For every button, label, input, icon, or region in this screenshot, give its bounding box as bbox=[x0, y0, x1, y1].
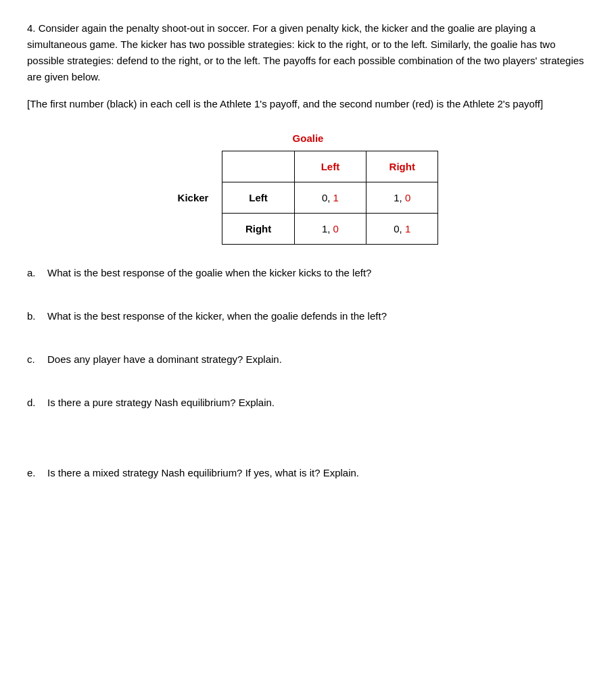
cell-left-left: 0, 1 bbox=[294, 182, 366, 214]
question-d-text: Is there a pure strategy Nash equilibriu… bbox=[47, 395, 589, 411]
intro-paragraph1: 4. Consider again the penalty shoot-out … bbox=[27, 20, 589, 85]
row-header-left: Left bbox=[222, 182, 294, 214]
cell-lr-black: 1, bbox=[394, 192, 402, 203]
question-c-text: Does any player have a dominant strategy… bbox=[47, 351, 589, 368]
question-e-letter: e. bbox=[27, 465, 47, 481]
table-header-row: Left Right bbox=[222, 151, 438, 182]
question-b: b. What is the best response of the kick… bbox=[27, 308, 589, 324]
intro-section: 4. Consider again the penalty shoot-out … bbox=[27, 20, 589, 112]
row-header-right: Right bbox=[222, 214, 294, 245]
intro-paragraph2: [The first number (black) in each cell i… bbox=[27, 96, 589, 112]
table-row-right: Right 1, 0 0, 1 bbox=[222, 214, 438, 245]
question-c: c. Does any player have a dominant strat… bbox=[27, 351, 589, 368]
payoff-table: Left Right Left 0, 1 1, 0 Right 1, 0 bbox=[222, 151, 438, 245]
col-header-right: Right bbox=[366, 151, 438, 182]
cell-right-right: 0, 1 bbox=[366, 214, 438, 245]
question-d: d. Is there a pure strategy Nash equilib… bbox=[27, 395, 589, 411]
question-a: a. What is the best response of the goal… bbox=[27, 265, 589, 281]
table-row-left: Left 0, 1 1, 0 bbox=[222, 182, 438, 214]
cell-right-left: 1, 0 bbox=[294, 214, 366, 245]
question-c-letter: c. bbox=[27, 351, 47, 368]
questions-section: a. What is the best response of the goal… bbox=[27, 265, 589, 481]
cell-left-right: 1, 0 bbox=[366, 182, 438, 214]
question-e: e. Is there a mixed strategy Nash equili… bbox=[27, 465, 589, 481]
col-header-left: Left bbox=[294, 151, 366, 182]
goalie-header-label: Goalie bbox=[293, 132, 324, 144]
cell-ll-red: 1 bbox=[333, 192, 339, 203]
cell-rr-red: 1 bbox=[405, 223, 410, 234]
empty-header-cell bbox=[222, 151, 294, 182]
question-d-letter: d. bbox=[27, 395, 47, 411]
cell-rl-red: 0 bbox=[333, 223, 339, 234]
question-a-letter: a. bbox=[27, 265, 47, 281]
question-b-letter: b. bbox=[27, 308, 47, 324]
table-wrapper: Kicker Left Right Left 0, 1 1, 0 Right bbox=[178, 151, 439, 245]
kicker-label: Kicker bbox=[178, 192, 209, 203]
cell-ll-black: 0, bbox=[322, 192, 331, 203]
question-b-text: What is the best response of the kicker,… bbox=[47, 308, 589, 324]
cell-lr-red: 0 bbox=[405, 192, 410, 203]
game-matrix-section: Goalie Kicker Left Right Left 0, 1 1, 0 bbox=[27, 132, 589, 245]
question-e-text: Is there a mixed strategy Nash equilibri… bbox=[47, 465, 589, 481]
cell-rr-black: 0, bbox=[394, 223, 402, 234]
question-a-text: What is the best response of the goalie … bbox=[47, 265, 589, 281]
cell-rl-black: 1, bbox=[322, 223, 331, 234]
